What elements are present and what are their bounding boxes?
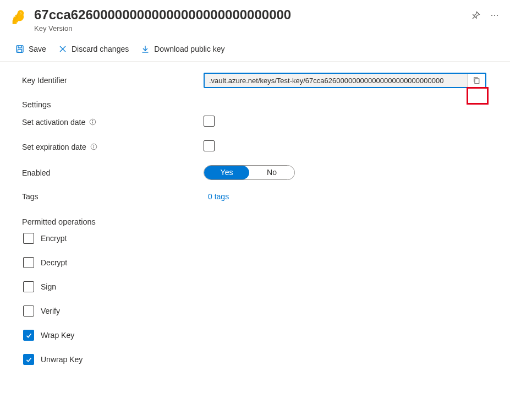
permission-row: Encrypt [23, 233, 499, 244]
permission-checkbox[interactable] [23, 281, 34, 292]
svg-rect-6 [18, 50, 22, 52]
save-label: Save [29, 45, 46, 53]
expiration-label: Set expiration date [22, 143, 86, 151]
svg-rect-11 [475, 79, 479, 84]
permission-row: Verify [23, 306, 499, 317]
permission-row: Sign [23, 281, 499, 292]
permission-checkbox[interactable] [23, 233, 34, 244]
svg-point-3 [494, 15, 495, 16]
svg-line-1 [473, 17, 475, 19]
svg-point-2 [491, 15, 492, 16]
discard-button[interactable]: Discard changes [54, 41, 133, 57]
permission-label: Decrypt [41, 258, 67, 267]
info-icon[interactable] [89, 118, 96, 126]
svg-point-4 [497, 15, 498, 16]
page-subtitle: Key Version [34, 24, 464, 32]
save-button[interactable]: Save [11, 41, 51, 57]
permission-label: Verify [41, 307, 60, 315]
key-icon [11, 7, 26, 27]
tags-label: Tags [22, 192, 204, 201]
toggle-yes[interactable]: Yes [204, 166, 249, 179]
expiration-checkbox[interactable] [204, 140, 215, 151]
key-identifier-input[interactable] [205, 74, 467, 87]
enabled-label: Enabled [22, 168, 204, 177]
permission-checkbox[interactable] [23, 330, 34, 341]
svg-rect-5 [17, 46, 23, 52]
page-title: 67cca626000000000000000000000000000 [34, 7, 464, 23]
permission-row: Decrypt [23, 257, 499, 268]
settings-heading: Settings [22, 100, 499, 109]
activation-checkbox[interactable] [204, 116, 215, 127]
svg-point-14 [92, 120, 93, 121]
download-label: Download public key [154, 45, 224, 53]
permission-row: Unwrap Key [23, 354, 499, 365]
permission-label: Wrap Key [41, 331, 74, 340]
svg-point-17 [94, 145, 94, 145]
pin-button[interactable] [471, 11, 480, 20]
permission-row: Wrap Key [23, 330, 499, 341]
permission-label: Sign [41, 282, 56, 291]
tags-link[interactable]: 0 tags [204, 192, 229, 201]
enabled-toggle[interactable]: Yes No [204, 165, 295, 180]
permission-checkbox[interactable] [23, 257, 34, 268]
discard-label: Discard changes [72, 45, 129, 53]
key-identifier-label: Key Identifier [22, 76, 204, 85]
permission-label: Unwrap Key [41, 355, 83, 364]
info-icon[interactable] [90, 143, 97, 150]
toggle-no[interactable]: No [249, 166, 294, 179]
permitted-heading: Permitted operations [22, 217, 499, 226]
activation-label: Set activation date [22, 118, 85, 127]
permission-label: Encrypt [41, 234, 67, 243]
permission-checkbox[interactable] [23, 354, 34, 365]
more-button[interactable] [490, 11, 499, 20]
toolbar: Save Discard changes Download public key [0, 37, 510, 62]
permission-checkbox[interactable] [23, 306, 34, 317]
download-button[interactable]: Download public key [136, 41, 229, 57]
copy-button[interactable] [467, 74, 485, 87]
